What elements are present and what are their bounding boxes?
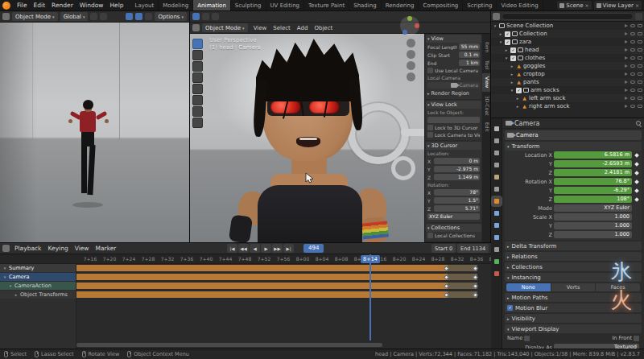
jump-to-end-button[interactable]: ▶| — [283, 244, 294, 253]
menu-window[interactable]: Window — [76, 0, 107, 10]
collection-checkbox[interactable]: ✓ — [516, 88, 522, 93]
name-checkbox[interactable] — [524, 336, 530, 341]
transform-tool[interactable] — [192, 95, 203, 105]
select-toggle-icon[interactable] — [625, 56, 628, 60]
expand-icon[interactable]: ▸ — [504, 47, 509, 52]
keyframe-indicator[interactable] — [634, 161, 639, 167]
blender-logo-icon[interactable] — [2, 2, 10, 10]
scale-tool[interactable] — [192, 84, 203, 94]
workspace-tab-texture-paint[interactable]: Texture Paint — [304, 0, 349, 11]
outliner-row-arm-socks[interactable]: ▾✓arm socks — [491, 86, 644, 94]
remove-view-layer-icon[interactable]: × — [635, 2, 639, 8]
sidebar-tab-3d-coat[interactable]: 3D-Coat — [482, 93, 490, 119]
channel-camera[interactable]: ▾Camera — [0, 273, 76, 281]
workspace-tab-layout[interactable]: Layout — [130, 0, 159, 11]
outliner-row-pants[interactable]: ▸▲pants — [491, 78, 644, 86]
render-toggle-icon[interactable] — [638, 89, 642, 92]
expand-icon[interactable]: ▸ — [14, 292, 19, 297]
expand-icon[interactable]: ▸ — [510, 80, 514, 85]
hide-toggle-icon[interactable] — [630, 48, 635, 52]
collection-checkbox[interactable]: ✓ — [505, 39, 510, 45]
transform-6-mode-field[interactable]: XYZ Euler — [554, 204, 632, 212]
section-header-visibility[interactable]: ▸Visibility — [505, 314, 642, 323]
current-frame-field[interactable]: 494 — [303, 244, 324, 253]
move-view-icon[interactable] — [407, 50, 415, 59]
menu-edit[interactable]: Edit — [31, 0, 49, 10]
workspace-tab-shading[interactable]: Shading — [349, 0, 381, 11]
outliner-row-zara[interactable]: ▾✓zara — [491, 38, 644, 46]
world-tab[interactable] — [493, 185, 501, 193]
object-tab[interactable] — [493, 197, 501, 205]
outliner-row-croptop[interactable]: ▸▲croptop — [491, 70, 644, 78]
render-toggle-icon[interactable] — [638, 97, 642, 100]
left-viewport-canvas[interactable] — [0, 23, 189, 242]
hide-toggle-icon[interactable] — [630, 56, 635, 60]
keyframe-indicator[interactable] — [634, 196, 639, 202]
render-toggle-icon[interactable] — [638, 105, 642, 108]
outliner-row-head[interactable]: ▸✓head — [491, 46, 644, 54]
workspace-tab-compositing[interactable]: Compositing — [419, 0, 463, 11]
timeline-menu-marker[interactable]: Marker — [92, 243, 119, 254]
transform-4-y-field[interactable]: -6.29° — [554, 187, 632, 194]
select-toggle-icon[interactable] — [625, 89, 628, 92]
cursor-location-x-field[interactable]: 0 m — [434, 158, 480, 164]
editor-type-icon[interactable] — [493, 13, 500, 20]
editor-type-icon[interactable] — [2, 13, 10, 20]
snap-magnet-icon[interactable] — [90, 13, 97, 20]
select-toggle-icon[interactable] — [625, 97, 628, 100]
modifiers-tab[interactable] — [493, 209, 501, 217]
menu-file[interactable]: File — [14, 0, 31, 10]
constraints-tab[interactable] — [493, 246, 501, 254]
unlink-scene-icon[interactable]: × — [585, 2, 589, 8]
sidebar-tab-edit[interactable]: Edit — [482, 119, 490, 135]
render-region-subpanel[interactable]: ▸Render Region — [426, 89, 481, 97]
xray-toggle-icon[interactable] — [145, 13, 152, 20]
toggle-perspective-icon[interactable] — [407, 72, 415, 81]
keyframe-lane-summary[interactable] — [76, 264, 491, 272]
workspace-tab-modeling[interactable]: Modeling — [159, 0, 193, 11]
render-toggle-icon[interactable] — [638, 48, 642, 52]
section-header-instancing[interactable]: ▾Instancing — [505, 273, 642, 282]
rotate-tool[interactable] — [192, 72, 203, 83]
expand-icon[interactable]: ▾ — [2, 274, 7, 279]
annotate-tool[interactable] — [192, 106, 203, 117]
keyframe-lane-object-transforms[interactable] — [76, 291, 491, 299]
hide-toggle-icon[interactable] — [630, 32, 635, 35]
object-data-tab[interactable] — [493, 258, 501, 266]
play-reverse-button[interactable]: ◀ — [250, 244, 260, 253]
frame-ruler[interactable]: 7+167+207+247+287+327+367+407+447+487+52… — [0, 254, 491, 264]
tool-option-icon[interactable] — [202, 13, 209, 20]
playhead[interactable] — [369, 254, 371, 340]
previous-keyframe-button[interactable]: ◀◀ — [238, 244, 249, 253]
keyframe-indicator[interactable] — [634, 205, 639, 211]
outliner-row-scene-collection[interactable]: ▾Scene Collection — [491, 22, 644, 30]
expand-icon[interactable]: ▸ — [498, 31, 503, 36]
sidebar-tab-tool[interactable]: Tool — [482, 57, 490, 73]
outliner-row-right-arm-sock[interactable]: ▸▲right arm sock — [491, 102, 644, 110]
tool-option-icon[interactable] — [212, 13, 219, 20]
channel-object-transforms[interactable]: ▸Object Transforms — [0, 291, 76, 299]
workspace-tab-scripting[interactable]: Scripting — [463, 0, 497, 11]
play-button[interactable]: ▶ — [261, 244, 271, 253]
3d-cursor-header[interactable]: ▾3D Cursor — [426, 142, 481, 150]
cursor-tool[interactable] — [192, 50, 203, 60]
select-toggle-icon[interactable] — [625, 72, 628, 76]
editor-type-icon[interactable] — [192, 24, 200, 31]
cursor-location-y-field[interactable]: -2.975 m — [434, 166, 480, 172]
hide-toggle-icon[interactable] — [630, 64, 635, 68]
frame-start-field[interactable]: Start0 — [431, 244, 456, 253]
transform-panel-header[interactable]: ▾Transform — [505, 142, 642, 151]
section-header-viewport-display[interactable]: ▾Viewport Display — [505, 324, 642, 333]
render-toggle-icon[interactable] — [638, 64, 642, 68]
render-toggle-icon[interactable] — [638, 56, 642, 60]
render-toggle-icon[interactable] — [638, 40, 642, 43]
keyframe-indicator[interactable] — [634, 188, 639, 193]
select-box-tool[interactable] — [192, 39, 203, 49]
workspace-tab-sculpting[interactable]: Sculpting — [231, 0, 266, 11]
keyframe-area[interactable] — [76, 264, 491, 349]
channel-cameraaction[interactable]: ▾CameraAction — [0, 282, 76, 290]
hide-toggle-icon[interactable] — [630, 40, 635, 43]
jump-to-start-button[interactable]: |◀ — [227, 244, 237, 253]
hide-toggle-icon[interactable] — [630, 24, 635, 27]
keyframe-indicator[interactable] — [634, 179, 639, 184]
